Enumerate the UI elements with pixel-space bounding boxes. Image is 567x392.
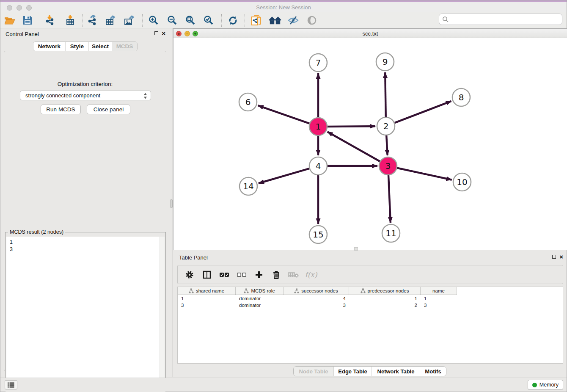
table-cell[interactable]: dominator xyxy=(236,303,284,308)
float-table-panel-icon[interactable] xyxy=(552,255,556,259)
show-panels-list-button[interactable] xyxy=(5,380,17,389)
float-panel-icon[interactable] xyxy=(154,31,158,35)
graph-node-1[interactable]: 1 xyxy=(309,118,327,135)
search-field[interactable] xyxy=(439,14,562,25)
close-panel-button[interactable]: Close panel xyxy=(87,105,130,114)
result-scrollbar[interactable] xyxy=(160,237,165,391)
graph-node-7[interactable]: 7 xyxy=(309,54,327,72)
graph-node-6[interactable]: 6 xyxy=(239,93,257,111)
column-header-predecessor-nodes[interactable]: predecessor nodes xyxy=(349,287,421,295)
table-cell[interactable]: dominator xyxy=(236,296,284,301)
svg-text:8: 8 xyxy=(459,92,464,102)
window-title: Session: New Session xyxy=(0,4,567,11)
tab-motifs[interactable]: Motifs xyxy=(420,367,446,376)
import-table-icon[interactable] xyxy=(64,14,77,26)
table-cell[interactable]: 2 xyxy=(349,303,421,308)
panel-split-divider[interactable] xyxy=(170,28,173,377)
hide-graphics-details-icon[interactable] xyxy=(287,14,300,26)
table-row[interactable]: 3dominator323 xyxy=(178,302,563,309)
graph-edge-4-14[interactable] xyxy=(259,168,309,183)
graph-node-2[interactable]: 2 xyxy=(377,117,395,135)
table-panel-title: Table Panel xyxy=(179,254,208,261)
home-icon[interactable] xyxy=(269,14,281,26)
graph-node-11[interactable]: 11 xyxy=(382,224,400,242)
export-network-icon[interactable] xyxy=(86,14,99,26)
criterion-select[interactable]: strongly connected component xyxy=(20,91,151,100)
tab-style[interactable]: Style xyxy=(65,42,88,51)
tab-edge-table[interactable]: Edge Table xyxy=(333,367,372,376)
deselect-all-columns-icon[interactable] xyxy=(236,268,248,281)
graph-edge-2-8[interactable] xyxy=(395,101,451,123)
graph-edge-3-1[interactable] xyxy=(328,132,380,161)
table-cell[interactable]: 1 xyxy=(349,296,421,301)
result-line: 1 xyxy=(10,239,160,246)
save-session-icon[interactable] xyxy=(21,14,34,26)
table-settings-icon[interactable] xyxy=(184,268,195,281)
network-resize-grip[interactable] xyxy=(354,247,358,251)
svg-text:1: 1 xyxy=(316,121,321,132)
export-image-icon[interactable] xyxy=(123,14,136,26)
svg-text:10: 10 xyxy=(457,177,467,187)
tab-node-table[interactable]: Node Table xyxy=(294,367,333,376)
table-cell[interactable]: 3 xyxy=(421,303,457,308)
bird-eye-view-icon[interactable] xyxy=(306,14,318,26)
open-session-icon[interactable] xyxy=(3,14,16,26)
close-panel-icon[interactable]: × xyxy=(162,31,165,36)
tab-mcds[interactable]: MCDS xyxy=(112,42,137,51)
table-cell[interactable]: 1 xyxy=(421,296,457,301)
column-header-successor-nodes[interactable]: successor nodes xyxy=(284,287,349,295)
network-canvas[interactable]: 7968124314101511 xyxy=(173,38,567,250)
delete-column-icon[interactable] xyxy=(270,268,282,281)
list-icon xyxy=(8,382,14,388)
zoom-selected-icon[interactable] xyxy=(202,14,215,26)
network-graph[interactable]: 7968124314101511 xyxy=(173,38,567,250)
select-all-columns-icon[interactable] xyxy=(218,268,230,281)
column-header-MCDS-role[interactable]: MCDS role xyxy=(236,287,284,295)
window-titlebar: Session: New Session xyxy=(0,0,567,12)
zoom-fit-content-icon[interactable] xyxy=(184,14,197,26)
table-header-row: shared nameMCDS rolesuccessor nodesprede… xyxy=(178,287,457,295)
graph-edge-3-11[interactable] xyxy=(388,175,391,223)
import-network-icon[interactable] xyxy=(44,14,57,26)
search-input[interactable] xyxy=(451,15,562,24)
tab-network-table[interactable]: Network Table xyxy=(372,367,420,376)
divider-grip[interactable] xyxy=(170,199,173,208)
graph-edge-1-6[interactable] xyxy=(258,105,310,124)
memory-button[interactable]: Memory xyxy=(528,380,563,390)
graph-node-14[interactable]: 14 xyxy=(239,177,257,195)
run-mcds-button[interactable]: Run MCDS xyxy=(41,105,81,114)
export-table-icon[interactable] xyxy=(105,14,117,26)
mcds-result-text[interactable]: 1 3 xyxy=(6,237,160,391)
graph-edge-2-3[interactable] xyxy=(386,135,388,155)
graph-edge-3-10[interactable] xyxy=(397,168,452,180)
tab-select[interactable]: Select xyxy=(88,42,112,51)
table-cell[interactable]: 1 xyxy=(178,296,236,301)
graph-node-9[interactable]: 9 xyxy=(376,53,394,71)
zoom-out-icon[interactable] xyxy=(166,14,179,26)
table-row[interactable]: 1dominator411 xyxy=(178,295,563,302)
delete-table-icon-disabled xyxy=(288,268,300,281)
network-window-titlebar[interactable]: x − + scc.txt xyxy=(173,29,567,38)
create-column-icon[interactable] xyxy=(253,268,265,281)
refresh-icon[interactable] xyxy=(226,14,239,26)
clone-network-icon[interactable] xyxy=(250,14,263,26)
graph-node-15[interactable]: 15 xyxy=(309,226,327,243)
table-cell[interactable]: 3 xyxy=(284,303,349,308)
graph-edge-1-2[interactable] xyxy=(328,126,375,127)
graph-node-3[interactable]: 3 xyxy=(379,157,397,175)
graph-node-4[interactable]: 4 xyxy=(309,157,327,175)
search-icon xyxy=(442,16,449,23)
split-columns-icon[interactable] xyxy=(201,268,213,281)
table-cell[interactable]: 4 xyxy=(284,296,349,301)
graph-node-10[interactable]: 10 xyxy=(453,173,471,191)
application-window: Session: New Session xyxy=(0,0,567,392)
close-table-panel-icon[interactable]: × xyxy=(559,254,563,259)
column-header-shared-name[interactable]: shared name xyxy=(178,287,236,295)
node-table[interactable]: shared nameMCDS rolesuccessor nodesprede… xyxy=(177,287,563,364)
graph-node-8[interactable]: 8 xyxy=(452,88,470,106)
tab-network[interactable]: Network xyxy=(33,42,65,51)
zoom-in-icon[interactable] xyxy=(147,14,160,26)
table-cell[interactable]: 3 xyxy=(178,303,236,308)
column-header-name[interactable]: name xyxy=(421,287,457,295)
graph-edge-2-9[interactable] xyxy=(385,72,385,117)
